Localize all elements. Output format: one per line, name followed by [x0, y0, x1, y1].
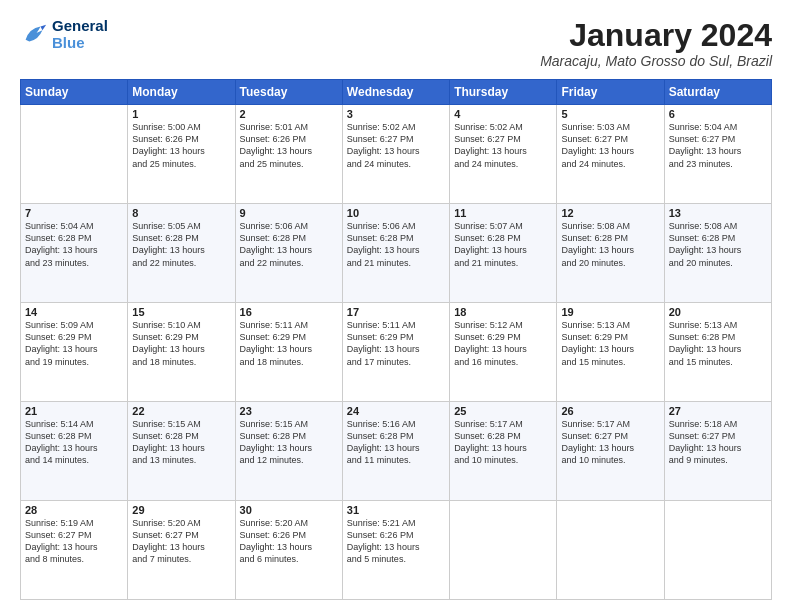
day-info: Sunrise: 5:06 AM Sunset: 6:28 PM Dayligh…	[240, 220, 338, 269]
day-cell: 1Sunrise: 5:00 AM Sunset: 6:26 PM Daylig…	[128, 105, 235, 204]
day-number: 23	[240, 405, 338, 417]
day-cell: 17Sunrise: 5:11 AM Sunset: 6:29 PM Dayli…	[342, 303, 449, 402]
day-cell	[664, 501, 771, 600]
day-cell: 16Sunrise: 5:11 AM Sunset: 6:29 PM Dayli…	[235, 303, 342, 402]
day-info: Sunrise: 5:11 AM Sunset: 6:29 PM Dayligh…	[347, 319, 445, 368]
week-row-1: 1Sunrise: 5:00 AM Sunset: 6:26 PM Daylig…	[21, 105, 772, 204]
day-info: Sunrise: 5:00 AM Sunset: 6:26 PM Dayligh…	[132, 121, 230, 170]
day-cell: 15Sunrise: 5:10 AM Sunset: 6:29 PM Dayli…	[128, 303, 235, 402]
day-info: Sunrise: 5:07 AM Sunset: 6:28 PM Dayligh…	[454, 220, 552, 269]
day-info: Sunrise: 5:17 AM Sunset: 6:27 PM Dayligh…	[561, 418, 659, 467]
day-number: 16	[240, 306, 338, 318]
col-tuesday: Tuesday	[235, 80, 342, 105]
week-row-5: 28Sunrise: 5:19 AM Sunset: 6:27 PM Dayli…	[21, 501, 772, 600]
calendar-subtitle: Maracaju, Mato Grosso do Sul, Brazil	[540, 53, 772, 69]
day-cell	[450, 501, 557, 600]
day-info: Sunrise: 5:08 AM Sunset: 6:28 PM Dayligh…	[669, 220, 767, 269]
day-info: Sunrise: 5:13 AM Sunset: 6:29 PM Dayligh…	[561, 319, 659, 368]
day-number: 31	[347, 504, 445, 516]
day-cell: 20Sunrise: 5:13 AM Sunset: 6:28 PM Dayli…	[664, 303, 771, 402]
day-info: Sunrise: 5:16 AM Sunset: 6:28 PM Dayligh…	[347, 418, 445, 467]
header: General Blue January 2024 Maracaju, Mato…	[20, 18, 772, 69]
logo-icon	[20, 21, 48, 49]
col-saturday: Saturday	[664, 80, 771, 105]
day-info: Sunrise: 5:08 AM Sunset: 6:28 PM Dayligh…	[561, 220, 659, 269]
col-wednesday: Wednesday	[342, 80, 449, 105]
day-cell: 26Sunrise: 5:17 AM Sunset: 6:27 PM Dayli…	[557, 402, 664, 501]
day-info: Sunrise: 5:02 AM Sunset: 6:27 PM Dayligh…	[347, 121, 445, 170]
day-number: 4	[454, 108, 552, 120]
day-info: Sunrise: 5:04 AM Sunset: 6:27 PM Dayligh…	[669, 121, 767, 170]
day-number: 14	[25, 306, 123, 318]
day-cell: 11Sunrise: 5:07 AM Sunset: 6:28 PM Dayli…	[450, 204, 557, 303]
day-cell: 10Sunrise: 5:06 AM Sunset: 6:28 PM Dayli…	[342, 204, 449, 303]
day-info: Sunrise: 5:17 AM Sunset: 6:28 PM Dayligh…	[454, 418, 552, 467]
title-block: January 2024 Maracaju, Mato Grosso do Su…	[540, 18, 772, 69]
day-number: 1	[132, 108, 230, 120]
day-cell: 8Sunrise: 5:05 AM Sunset: 6:28 PM Daylig…	[128, 204, 235, 303]
day-cell: 31Sunrise: 5:21 AM Sunset: 6:26 PM Dayli…	[342, 501, 449, 600]
day-number: 25	[454, 405, 552, 417]
day-cell: 19Sunrise: 5:13 AM Sunset: 6:29 PM Dayli…	[557, 303, 664, 402]
day-number: 3	[347, 108, 445, 120]
calendar-title: January 2024	[540, 18, 772, 53]
day-cell: 27Sunrise: 5:18 AM Sunset: 6:27 PM Dayli…	[664, 402, 771, 501]
day-info: Sunrise: 5:11 AM Sunset: 6:29 PM Dayligh…	[240, 319, 338, 368]
day-number: 13	[669, 207, 767, 219]
day-number: 27	[669, 405, 767, 417]
day-number: 5	[561, 108, 659, 120]
day-number: 24	[347, 405, 445, 417]
day-info: Sunrise: 5:21 AM Sunset: 6:26 PM Dayligh…	[347, 517, 445, 566]
day-cell: 25Sunrise: 5:17 AM Sunset: 6:28 PM Dayli…	[450, 402, 557, 501]
day-info: Sunrise: 5:04 AM Sunset: 6:28 PM Dayligh…	[25, 220, 123, 269]
day-cell: 23Sunrise: 5:15 AM Sunset: 6:28 PM Dayli…	[235, 402, 342, 501]
header-row: Sunday Monday Tuesday Wednesday Thursday…	[21, 80, 772, 105]
day-info: Sunrise: 5:18 AM Sunset: 6:27 PM Dayligh…	[669, 418, 767, 467]
day-info: Sunrise: 5:14 AM Sunset: 6:28 PM Dayligh…	[25, 418, 123, 467]
day-number: 20	[669, 306, 767, 318]
day-cell: 21Sunrise: 5:14 AM Sunset: 6:28 PM Dayli…	[21, 402, 128, 501]
day-info: Sunrise: 5:05 AM Sunset: 6:28 PM Dayligh…	[132, 220, 230, 269]
day-info: Sunrise: 5:20 AM Sunset: 6:26 PM Dayligh…	[240, 517, 338, 566]
day-number: 8	[132, 207, 230, 219]
day-number: 11	[454, 207, 552, 219]
logo-line2: Blue	[52, 35, 108, 52]
day-info: Sunrise: 5:01 AM Sunset: 6:26 PM Dayligh…	[240, 121, 338, 170]
calendar-page: General Blue January 2024 Maracaju, Mato…	[0, 0, 792, 612]
day-number: 30	[240, 504, 338, 516]
day-cell: 2Sunrise: 5:01 AM Sunset: 6:26 PM Daylig…	[235, 105, 342, 204]
day-info: Sunrise: 5:10 AM Sunset: 6:29 PM Dayligh…	[132, 319, 230, 368]
col-thursday: Thursday	[450, 80, 557, 105]
day-info: Sunrise: 5:06 AM Sunset: 6:28 PM Dayligh…	[347, 220, 445, 269]
day-cell: 12Sunrise: 5:08 AM Sunset: 6:28 PM Dayli…	[557, 204, 664, 303]
day-info: Sunrise: 5:12 AM Sunset: 6:29 PM Dayligh…	[454, 319, 552, 368]
day-cell: 30Sunrise: 5:20 AM Sunset: 6:26 PM Dayli…	[235, 501, 342, 600]
col-sunday: Sunday	[21, 80, 128, 105]
day-number: 28	[25, 504, 123, 516]
day-number: 17	[347, 306, 445, 318]
day-cell: 24Sunrise: 5:16 AM Sunset: 6:28 PM Dayli…	[342, 402, 449, 501]
day-cell: 4Sunrise: 5:02 AM Sunset: 6:27 PM Daylig…	[450, 105, 557, 204]
day-cell: 22Sunrise: 5:15 AM Sunset: 6:28 PM Dayli…	[128, 402, 235, 501]
logo-line1: General	[52, 18, 108, 35]
day-number: 18	[454, 306, 552, 318]
day-info: Sunrise: 5:03 AM Sunset: 6:27 PM Dayligh…	[561, 121, 659, 170]
day-number: 6	[669, 108, 767, 120]
day-number: 9	[240, 207, 338, 219]
week-row-3: 14Sunrise: 5:09 AM Sunset: 6:29 PM Dayli…	[21, 303, 772, 402]
col-monday: Monday	[128, 80, 235, 105]
day-cell: 13Sunrise: 5:08 AM Sunset: 6:28 PM Dayli…	[664, 204, 771, 303]
week-row-4: 21Sunrise: 5:14 AM Sunset: 6:28 PM Dayli…	[21, 402, 772, 501]
day-info: Sunrise: 5:02 AM Sunset: 6:27 PM Dayligh…	[454, 121, 552, 170]
day-cell: 3Sunrise: 5:02 AM Sunset: 6:27 PM Daylig…	[342, 105, 449, 204]
day-number: 7	[25, 207, 123, 219]
day-number: 22	[132, 405, 230, 417]
day-number: 29	[132, 504, 230, 516]
calendar-table: Sunday Monday Tuesday Wednesday Thursday…	[20, 79, 772, 600]
day-cell: 7Sunrise: 5:04 AM Sunset: 6:28 PM Daylig…	[21, 204, 128, 303]
day-info: Sunrise: 5:15 AM Sunset: 6:28 PM Dayligh…	[240, 418, 338, 467]
day-cell: 14Sunrise: 5:09 AM Sunset: 6:29 PM Dayli…	[21, 303, 128, 402]
day-cell: 6Sunrise: 5:04 AM Sunset: 6:27 PM Daylig…	[664, 105, 771, 204]
logo: General Blue	[20, 18, 108, 51]
day-cell: 5Sunrise: 5:03 AM Sunset: 6:27 PM Daylig…	[557, 105, 664, 204]
